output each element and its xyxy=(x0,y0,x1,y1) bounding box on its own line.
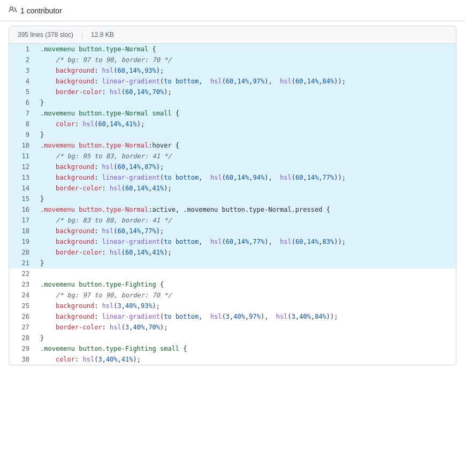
line-code: background: hsl(60,14%,87%); xyxy=(36,162,456,172)
line-number: 19 xyxy=(9,236,36,247)
line-number: 26 xyxy=(9,311,36,322)
line-code: } xyxy=(36,333,456,343)
table-row: 1.movemenu button.type-Normal { xyxy=(9,44,456,55)
line-number: 30 xyxy=(9,354,36,365)
table-row: 6} xyxy=(9,97,456,108)
table-row: 17 /* bg: 83 to 88, border: 41 */ xyxy=(9,215,456,226)
line-code: .movemenu button.type-Normal:active, .mo… xyxy=(36,204,456,215)
divider xyxy=(82,30,82,39)
contributor-bar: 1 contributor xyxy=(0,0,465,21)
line-number: 25 xyxy=(9,301,36,311)
table-row: 7.movemenu button.type-Normal small { xyxy=(9,108,456,119)
line-code: background: linear-gradient(to bottom, h… xyxy=(36,76,456,87)
line-code xyxy=(36,268,456,279)
table-row: 3 background: hsl(60,14%,93%); xyxy=(9,65,456,76)
line-number: 29 xyxy=(9,343,36,354)
line-number: 20 xyxy=(9,247,36,258)
line-code: /* bg: 97 to 90, border: 70 */ xyxy=(36,55,456,65)
table-row: 18 background: hsl(60,14%,77%); xyxy=(9,226,456,236)
line-number: 24 xyxy=(9,290,36,301)
line-number: 12 xyxy=(9,162,36,172)
table-row: 22 xyxy=(9,268,456,279)
table-row: 27 border-color: hsl(3,40%,70%); xyxy=(9,322,456,333)
line-code: background: hsl(3,40%,93%); xyxy=(36,301,456,311)
table-row: 4 background: linear-gradient(to bottom,… xyxy=(9,76,456,87)
line-code: color: hsl(60,14%,41%); xyxy=(36,119,456,129)
table-row: 13 background: linear-gradient(to bottom… xyxy=(9,172,456,183)
line-number: 9 xyxy=(9,129,36,140)
line-code: } xyxy=(36,194,456,204)
line-number: 16 xyxy=(9,204,36,215)
line-code: background: linear-gradient(to bottom, h… xyxy=(36,172,456,183)
line-number: 15 xyxy=(9,194,36,204)
line-number: 27 xyxy=(9,322,36,333)
line-code: border-color: hsl(60,14%,41%); xyxy=(36,247,456,258)
table-row: 19 background: linear-gradient(to bottom… xyxy=(9,236,456,247)
line-number: 10 xyxy=(9,140,36,151)
line-code: .movemenu button.type-Fighting small { xyxy=(36,343,456,354)
table-row: 14 border-color: hsl(60,14%,41%); xyxy=(9,183,456,194)
line-number: 8 xyxy=(9,119,36,129)
line-number: 3 xyxy=(9,65,36,76)
line-code: /* bg: 97 to 90, border: 70 */ xyxy=(36,290,456,301)
code-container: 1.movemenu button.type-Normal {2 /* bg: … xyxy=(9,44,456,365)
line-number: 23 xyxy=(9,279,36,290)
table-row: 21} xyxy=(9,258,456,268)
line-code: } xyxy=(36,129,456,140)
table-row: 30 color: hsl(3,40%,41%); xyxy=(9,354,456,365)
line-number: 21 xyxy=(9,258,36,268)
line-number: 18 xyxy=(9,226,36,236)
table-row: 16.movemenu button.type-Normal:active, .… xyxy=(9,204,456,215)
table-row: 5 border-color: hsl(60,14%,70%); xyxy=(9,87,456,97)
line-code: /* bg: 83 to 88, border: 41 */ xyxy=(36,215,456,226)
line-code: border-color: hsl(60,14%,70%); xyxy=(36,87,456,97)
page-container: 1 contributor 395 lines (378 sloc) 12.8 … xyxy=(0,0,465,365)
table-row: 9} xyxy=(9,129,456,140)
line-number: 13 xyxy=(9,172,36,183)
table-row: 23.movemenu button.type-Fighting { xyxy=(9,279,456,290)
line-code: /* bg: 95 to 83, border: 41 */ xyxy=(36,151,456,162)
table-row: 25 background: hsl(3,40%,93%); xyxy=(9,301,456,311)
line-code: color: hsl(3,40%,41%); xyxy=(36,354,456,365)
line-code: background: linear-gradient(to bottom, h… xyxy=(36,311,456,322)
line-number: 7 xyxy=(9,108,36,119)
line-number: 4 xyxy=(9,76,36,87)
line-code: .movemenu button.type-Normal:hover { xyxy=(36,140,456,151)
file-size: 12.8 KB xyxy=(91,31,114,39)
line-code: } xyxy=(36,97,456,108)
line-code: .movemenu button.type-Fighting { xyxy=(36,279,456,290)
line-code: } xyxy=(36,258,456,268)
table-row: 15} xyxy=(9,194,456,204)
line-number: 14 xyxy=(9,183,36,194)
table-row: 29.movemenu button.type-Fighting small { xyxy=(9,343,456,354)
line-code: .movemenu button.type-Normal small { xyxy=(36,108,456,119)
file-info-bar: 395 lines (378 sloc) 12.8 KB xyxy=(9,26,456,44)
table-row: 24 /* bg: 97 to 90, border: 70 */ xyxy=(9,290,456,301)
file-lines: 395 lines (378 sloc) xyxy=(18,31,73,39)
line-number: 22 xyxy=(9,268,36,279)
line-code: border-color: hsl(60,14%,41%); xyxy=(36,183,456,194)
table-row: 20 border-color: hsl(60,14%,41%); xyxy=(9,247,456,258)
line-number: 6 xyxy=(9,97,36,108)
code-table: 1.movemenu button.type-Normal {2 /* bg: … xyxy=(9,44,456,365)
table-row: 2 /* bg: 97 to 90, border: 70 */ xyxy=(9,55,456,65)
line-code: border-color: hsl(3,40%,70%); xyxy=(36,322,456,333)
line-number: 2 xyxy=(9,55,36,65)
contributor-icon xyxy=(9,5,17,16)
table-row: 28} xyxy=(9,333,456,343)
line-number: 11 xyxy=(9,151,36,162)
line-code: background: linear-gradient(to bottom, h… xyxy=(36,236,456,247)
line-code: background: hsl(60,14%,93%); xyxy=(36,65,456,76)
table-row: 8 color: hsl(60,14%,41%); xyxy=(9,119,456,129)
table-row: 10.movemenu button.type-Normal:hover { xyxy=(9,140,456,151)
line-code: background: hsl(60,14%,77%); xyxy=(36,226,456,236)
line-code: .movemenu button.type-Normal { xyxy=(36,44,456,55)
line-number: 5 xyxy=(9,87,36,97)
table-row: 26 background: linear-gradient(to bottom… xyxy=(9,311,456,322)
contributor-label: 1 contributor xyxy=(20,6,62,15)
table-row: 12 background: hsl(60,14%,87%); xyxy=(9,162,456,172)
line-number: 1 xyxy=(9,44,36,55)
table-row: 11 /* bg: 95 to 83, border: 41 */ xyxy=(9,151,456,162)
line-number: 17 xyxy=(9,215,36,226)
line-number: 28 xyxy=(9,333,36,343)
